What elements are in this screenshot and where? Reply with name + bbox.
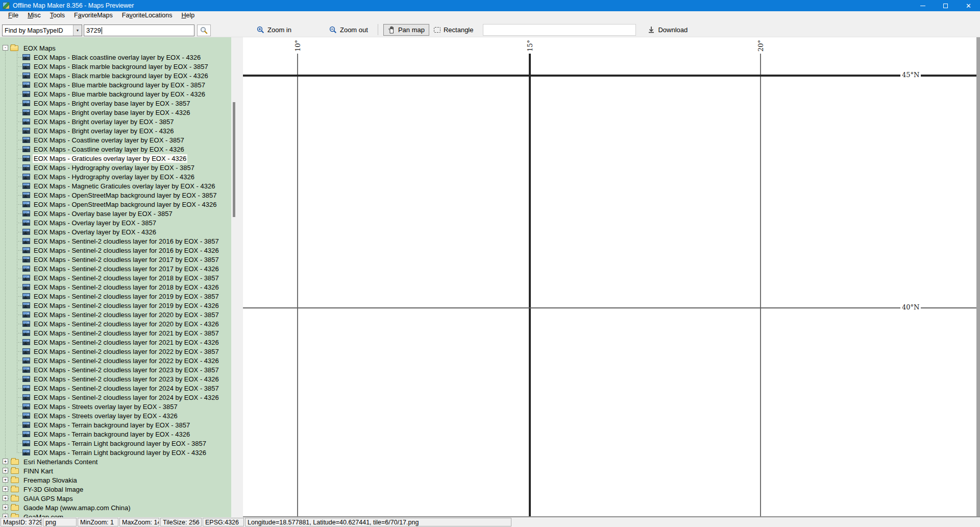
- folder-icon: [11, 487, 19, 492]
- tree-item[interactable]: EOX Maps - Bright overlay base layer by …: [0, 99, 231, 108]
- tree-item[interactable]: EOX Maps - OpenStreetMap background laye…: [0, 200, 231, 209]
- menu-bar: FileMiscToolsFavoriteMapsFavoriteLocatio…: [0, 11, 980, 19]
- tree-item[interactable]: EOX Maps - Sentinel-2 cloudless layer fo…: [0, 273, 231, 282]
- tree-item[interactable]: EOX Maps - Sentinel-2 cloudless layer fo…: [0, 246, 231, 255]
- tree-item[interactable]: EOX Maps - OpenStreetMap background laye…: [0, 190, 231, 200]
- tree-item[interactable]: EOX Maps - Terrain background layer by E…: [0, 420, 231, 429]
- tree-item[interactable]: EOX Maps - Overlay layer by EOX - 3857: [0, 218, 231, 227]
- tree-folder[interactable]: +FY-3D Global Image: [0, 485, 231, 494]
- tree-item[interactable]: EOX Maps - Sentinel-2 cloudless layer fo…: [0, 310, 231, 319]
- expand-icon[interactable]: +: [3, 495, 8, 501]
- tree-item[interactable]: EOX Maps - Sentinel-2 cloudless layer fo…: [0, 236, 231, 246]
- pan-map-button[interactable]: Pan map: [383, 24, 429, 36]
- tree-branch-stub: [17, 370, 22, 370]
- tree-item[interactable]: EOX Maps - Terrain background layer by E…: [0, 429, 231, 439]
- tree-item[interactable]: EOX Maps - Sentinel-2 cloudless layer fo…: [0, 264, 231, 273]
- expand-icon[interactable]: +: [3, 505, 8, 510]
- expand-icon[interactable]: +: [3, 459, 8, 464]
- menu-item-tools[interactable]: Tools: [45, 11, 69, 19]
- expand-icon[interactable]: +: [3, 477, 8, 483]
- map-layer-icon: [22, 73, 30, 79]
- tree-item[interactable]: EOX Maps - Bright overlay layer by EOX -…: [0, 117, 231, 126]
- tree-item[interactable]: EOX Maps - Black marble background layer…: [0, 62, 231, 71]
- tree-item[interactable]: EOX Maps - Sentinel-2 cloudless layer fo…: [0, 384, 231, 393]
- tree-item[interactable]: EOX Maps - Sentinel-2 cloudless layer fo…: [0, 282, 231, 292]
- tree-item[interactable]: EOX Maps - Terrain Light background laye…: [0, 439, 231, 448]
- close-button[interactable]: ✕: [957, 0, 980, 11]
- tree-item[interactable]: EOX Maps - Bright overlay layer by EOX -…: [0, 126, 231, 135]
- tree-scrollbar-thumb[interactable]: [233, 102, 235, 217]
- tree-item[interactable]: EOX Maps - Sentinel-2 cloudless layer fo…: [0, 393, 231, 402]
- tree-item[interactable]: EOX Maps - Sentinel-2 cloudless layer fo…: [0, 374, 231, 384]
- map-layer-icon: [22, 164, 30, 171]
- download-button[interactable]: Download: [643, 24, 692, 36]
- tree-item[interactable]: EOX Maps - Hydrography overlay layer by …: [0, 163, 231, 172]
- expand-icon[interactable]: +: [3, 514, 8, 517]
- map-layer-icon: [22, 192, 30, 198]
- menu-item-file[interactable]: File: [4, 11, 23, 19]
- tree-item-label: EOX Maps - Sentinel-2 cloudless layer fo…: [33, 366, 220, 374]
- map-layer-icon: [22, 128, 30, 134]
- tree-folder-label: FINN Kart: [22, 467, 54, 475]
- menu-item-favoritemaps[interactable]: FavoriteMaps: [69, 11, 117, 19]
- tree-folder[interactable]: +GAIA GPS Maps: [0, 494, 231, 503]
- tree-item[interactable]: EOX Maps - Streets overlay layer by EOX …: [0, 402, 231, 411]
- tree-item[interactable]: EOX Maps - Blue marble background layer …: [0, 80, 231, 89]
- find-mode-select[interactable]: Find by MapsTypeID ▼: [2, 25, 82, 36]
- folder-icon: [11, 468, 19, 474]
- tree-branch-stub: [17, 333, 22, 333]
- zoom-in-button[interactable]: Zoom in: [252, 24, 296, 36]
- tree-item[interactable]: EOX Maps - Hydrography overlay layer by …: [0, 172, 231, 181]
- search-button[interactable]: [197, 25, 211, 36]
- map-layer-icon: [22, 330, 30, 336]
- menu-item-favoritelocations[interactable]: FavoriteLocations: [117, 11, 177, 19]
- combo-dropdown-button[interactable]: ▼: [73, 25, 82, 36]
- zoom-out-button[interactable]: Zoom out: [325, 24, 373, 36]
- tree-item[interactable]: EOX Maps - Magnetic Graticules overlay l…: [0, 181, 231, 190]
- tree-folder[interactable]: +GeaMap.com: [0, 512, 231, 517]
- tree-item[interactable]: EOX Maps - Coastline overlay layer by EO…: [0, 135, 231, 145]
- tree-scrollbar[interactable]: [231, 37, 243, 517]
- tree-item[interactable]: EOX Maps - Streets overlay layer by EOX …: [0, 411, 231, 420]
- menu-item-help[interactable]: Help: [177, 11, 199, 19]
- tree-item[interactable]: EOX Maps - Black marble background layer…: [0, 71, 231, 80]
- rectangle-button[interactable]: Rectangle: [429, 24, 478, 36]
- find-input[interactable]: 3729: [84, 25, 194, 36]
- tree-item[interactable]: EOX Maps - Sentinel-2 cloudless layer fo…: [0, 255, 231, 264]
- tree-branch-stub: [17, 57, 22, 58]
- tree-item[interactable]: EOX Maps - Sentinel-2 cloudless layer fo…: [0, 347, 231, 356]
- tree-item[interactable]: EOX Maps - Overlay base layer by EOX - 3…: [0, 209, 231, 218]
- minimize-button[interactable]: [911, 0, 934, 11]
- tree-item[interactable]: EOX Maps - Bright overlay base layer by …: [0, 108, 231, 117]
- tree-item[interactable]: EOX Maps - Coastline overlay layer by EO…: [0, 145, 231, 154]
- map-viewport[interactable]: 10°15°20°45°N40°N: [243, 37, 980, 517]
- tree-folder[interactable]: +FINN Kart: [0, 466, 231, 475]
- tree-item[interactable]: EOX Maps - Terrain Light background laye…: [0, 448, 231, 457]
- tree-branch-stub: [17, 379, 22, 379]
- tree-item[interactable]: EOX Maps - Sentinel-2 cloudless layer fo…: [0, 319, 231, 328]
- expand-icon[interactable]: +: [3, 468, 8, 473]
- tree-item[interactable]: EOX Maps - Sentinel-2 cloudless layer fo…: [0, 328, 231, 338]
- tree-item[interactable]: EOX Maps - Sentinel-2 cloudless layer fo…: [0, 356, 231, 365]
- tree-item[interactable]: EOX Maps - Blue marble background layer …: [0, 89, 231, 99]
- tree-item[interactable]: EOX Maps - Sentinel-2 cloudless layer fo…: [0, 292, 231, 301]
- coordinate-input[interactable]: [483, 24, 636, 36]
- collapse-icon[interactable]: -: [3, 45, 8, 51]
- tree-item[interactable]: EOX Maps - Black coastline overlay layer…: [0, 53, 231, 62]
- menu-item-misc[interactable]: Misc: [23, 11, 45, 19]
- restore-button[interactable]: [934, 0, 957, 11]
- tree-branch-stub: [17, 158, 22, 159]
- tree-item[interactable]: EOX Maps - Graticules overlay layer by E…: [0, 154, 231, 163]
- tree-folder[interactable]: +Esri Netherlands Content: [0, 457, 231, 466]
- tree-item[interactable]: EOX Maps - Sentinel-2 cloudless layer fo…: [0, 301, 231, 310]
- tree-item[interactable]: EOX Maps - Sentinel-2 cloudless layer fo…: [0, 365, 231, 374]
- map-layer-icon: [22, 229, 30, 235]
- tree-item[interactable]: EOX Maps - Overlay layer by EOX - 4326: [0, 227, 231, 236]
- tree-folder[interactable]: +Gaode Map (www.amap.com China): [0, 503, 231, 512]
- tree-branch-stub: [17, 278, 22, 278]
- tree-root-eox-maps[interactable]: -EOX Maps: [0, 43, 231, 53]
- tree-folder[interactable]: +Freemap Slovakia: [0, 475, 231, 485]
- expand-icon[interactable]: +: [3, 486, 8, 492]
- map-layer-icon: [22, 422, 30, 428]
- tree-item[interactable]: EOX Maps - Sentinel-2 cloudless layer fo…: [0, 338, 231, 347]
